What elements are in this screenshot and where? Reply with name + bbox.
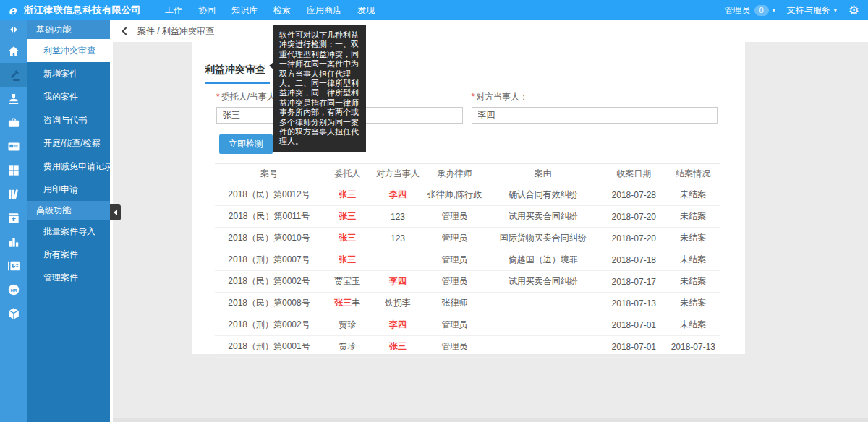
sidebar-menu: 基础功能利益冲突审查新增案件我的案件咨询与代书开庭/侦查/检察费用减免申请记录用… — [27, 20, 110, 422]
sidebar-item[interactable]: 批量案件导入 — [27, 220, 110, 243]
opponent-input[interactable] — [472, 107, 718, 124]
cell-status: 未结案 — [667, 206, 720, 228]
cell-lawyer: 管理员 — [425, 228, 485, 249]
table-row[interactable]: 2018（刑）第0007号张三管理员偷越国（边）境罪2018-07-18未结案 — [215, 249, 720, 271]
cell-date: 2018-07-20 — [601, 228, 667, 249]
library-icon — [7, 187, 21, 202]
cell-lawyer: 管理员 — [425, 336, 485, 358]
cell-client: 张三 — [323, 184, 371, 206]
nav-item[interactable]: 协同 — [190, 0, 224, 20]
cell-case-no: 2018（刑）第0001号 — [215, 336, 323, 358]
table-row[interactable]: 2018（民）第0002号贾宝玉李四管理员试用买卖合同纠纷2018-07-17未… — [215, 271, 720, 293]
svg-text:HR: HR — [10, 287, 17, 292]
sidebar-item[interactable]: 费用减免申请记录 — [27, 155, 110, 178]
sidebar-icon-briefcase[interactable] — [0, 111, 27, 134]
cell-cause: 试用买卖合同纠纷 — [485, 206, 601, 228]
cell-client: 张三 — [323, 228, 371, 249]
user-count-badge: 0 — [754, 5, 769, 16]
table-row[interactable]: 2018（刑）第0001号贾珍张三管理员2018-07-012018-07-13 — [215, 336, 720, 358]
table-row[interactable]: 2018（民）第0008号张三丰铁拐李张律师2018-07-13未结案 — [215, 293, 720, 314]
table-header-row: 案号委托人对方当事人承办律师案由收案日期结案情况 — [215, 164, 720, 184]
grid-icon — [7, 163, 21, 178]
nav-item[interactable]: 检索 — [265, 0, 299, 20]
table-row[interactable]: 2018（刑）第0002号贾珍李四管理员2018-07-01未结案 — [215, 314, 720, 336]
sidebar-item[interactable]: 新增案件 — [27, 62, 110, 85]
nav-menu: 工作协同知识库检索应用商店发现 — [157, 0, 383, 20]
user-menu[interactable]: 管理员 0 ▾ — [725, 4, 775, 17]
sidebar-item[interactable]: 所有案件 — [27, 243, 110, 266]
cell-case-no: 2018（民）第0012号 — [215, 184, 323, 206]
nav-item[interactable]: 发现 — [349, 0, 383, 20]
cell-case-no: 2018（刑）第0002号 — [215, 314, 323, 336]
cell-cause: 偷越国（边）境罪 — [485, 249, 601, 271]
cell-date: 2018-07-17 — [601, 271, 667, 293]
cell-cause — [485, 336, 601, 358]
sidebar-item[interactable]: 管理案件 — [27, 266, 110, 289]
nav-item[interactable]: 知识库 — [224, 0, 265, 20]
cell-opponent: 123 — [371, 206, 424, 228]
cell-case-no: 2018（刑）第0007号 — [215, 249, 323, 271]
support-menu[interactable]: 支持与服务 ▾ — [787, 4, 837, 17]
sidebar-item[interactable]: 用印申请 — [27, 178, 110, 201]
cell-client: 张三 — [323, 249, 371, 271]
detect-button[interactable]: 立即检测 — [219, 134, 273, 154]
back-chevron-icon[interactable] — [122, 27, 129, 35]
cell-status: 未结案 — [667, 249, 720, 271]
sidebar-icon-cases[interactable] — [0, 63, 27, 87]
sidebar-icon-stamp[interactable] — [0, 87, 27, 111]
highlighted-name: 李四 — [389, 319, 407, 330]
opponent-field-group: *对方当事人： — [472, 91, 718, 124]
hr-icon: HR — [7, 283, 21, 297]
sidebar-icon-home[interactable] — [0, 39, 27, 63]
sidebar-collapse-button[interactable] — [0, 20, 27, 39]
sidebar-icon-report[interactable] — [0, 254, 27, 277]
cell-opponent: 铁拐李 — [371, 293, 424, 314]
table-row[interactable]: 2018（民）第0011号张三123管理员试用买卖合同纠纷2018-07-20未… — [215, 206, 720, 228]
panel-collapse-handle[interactable] — [110, 204, 121, 220]
highlighted-name: 张三 — [339, 211, 356, 221]
sidebar-icon-library[interactable] — [0, 182, 27, 206]
required-asterisk: * — [472, 92, 475, 102]
cell-status: 未结案 — [667, 271, 720, 293]
highlighted-name: 李四 — [389, 189, 407, 199]
cell-status: 未结案 — [667, 293, 720, 314]
table-row[interactable]: 2018（民）第0012号张三李四张律师,陈行政确认合同有效纠纷2018-07-… — [215, 184, 720, 206]
sidebar-icon-bar-chart[interactable] — [0, 230, 27, 254]
upload-box-icon — [7, 211, 21, 225]
tab-conflict-review[interactable]: 利益冲突审查 — [205, 64, 270, 84]
cell-opponent: 123 — [371, 228, 424, 249]
tooltip-text: 软件可对以下几种利益冲突进行检测：一、双重代理型利益冲突，同一律师在同一案件中为… — [279, 30, 359, 145]
cell-cause: 国际货物买卖合同纠纷 — [485, 228, 601, 249]
sidebar-icon-id-card[interactable] — [0, 134, 27, 158]
settings-gear-icon[interactable]: ⚙ — [848, 4, 859, 17]
sidebar-icon-cube[interactable] — [0, 301, 27, 325]
sidebar-icon-hr[interactable]: HR — [0, 277, 27, 301]
results-table: 案号委托人对方当事人承办律师案由收案日期结案情况 2018（民）第0012号张三… — [215, 163, 720, 358]
sidebar-icon-grid[interactable] — [0, 158, 27, 182]
id-card-icon — [7, 139, 21, 154]
nav-item[interactable]: 工作 — [157, 0, 190, 20]
sidebar-item[interactable]: 利益冲突审查 — [27, 39, 110, 62]
cube-icon — [7, 306, 21, 321]
app-logo-icon: e — [6, 4, 19, 17]
breadcrumb: 案件 / 利益冲突审查 — [137, 25, 214, 38]
cell-lawyer: 管理员 — [425, 206, 485, 228]
cell-date: 2018-07-13 — [601, 293, 667, 314]
cell-opponent: 李四 — [371, 314, 424, 336]
cell-opponent: 李四 — [371, 271, 424, 293]
tooltip-arrow-icon — [269, 62, 273, 69]
cell-client: 贾珍 — [323, 314, 371, 336]
column-header: 收案日期 — [601, 164, 667, 184]
cell-case-no: 2018（民）第0010号 — [215, 228, 323, 249]
home-icon — [7, 44, 21, 59]
nav-item[interactable]: 应用商店 — [299, 0, 349, 20]
sidebar-item[interactable]: 开庭/侦查/检察 — [27, 132, 110, 155]
sidebar-item[interactable]: 咨询与代书 — [27, 108, 110, 132]
column-header: 结案情况 — [667, 164, 720, 184]
sidebar-item[interactable]: 我的案件 — [27, 85, 110, 108]
highlighted-name: 张三 — [339, 189, 356, 199]
sidebar-icon-upload[interactable] — [0, 206, 27, 230]
cell-cause: 确认合同有效纠纷 — [485, 184, 601, 206]
table-row[interactable]: 2018（民）第0010号张三123管理员国际货物买卖合同纠纷2018-07-2… — [215, 228, 720, 249]
sidebar-section-header: 基础功能 — [27, 20, 110, 39]
